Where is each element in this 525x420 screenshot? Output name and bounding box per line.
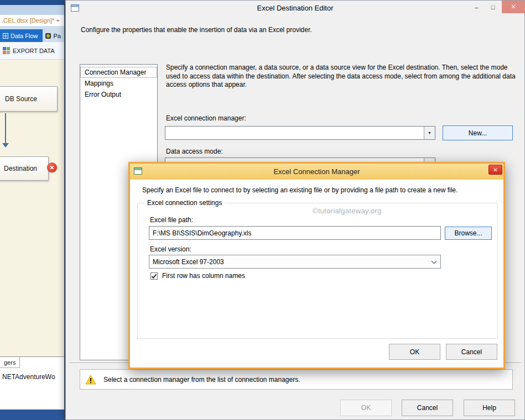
ecm-description: Specify an Excel file to connect to by s… — [142, 186, 458, 194]
browse-button[interactable]: Browse... — [445, 227, 492, 240]
document-tab-label: .CEL.dtsx [Design]* — [2, 17, 54, 24]
package-name-label: EXPORT DATA — [13, 48, 55, 54]
vs-status-bar — [0, 410, 64, 420]
panel-description: Specify a connection manager, a data sou… — [166, 64, 518, 90]
ecm-close-button[interactable]: ✕ — [488, 165, 502, 175]
dataflow-connector[interactable] — [5, 113, 6, 144]
data-flow-design-surface[interactable]: DB Source Destination ✕ — [0, 60, 64, 356]
excel-destination-component[interactable]: Destination — [0, 156, 49, 181]
editor-ok-button[interactable]: OK — [340, 400, 392, 416]
ecm-body: Specify an Excel file to connect to by s… — [130, 180, 503, 368]
maximize-button[interactable]: □ — [485, 1, 501, 13]
ecm-title: Excel Connection Manager — [130, 167, 503, 176]
ecm-ok-button[interactable]: OK — [389, 344, 440, 360]
checkmark-icon — [151, 274, 157, 279]
tab-parameters-label: Pa — [54, 33, 61, 39]
close-button[interactable]: ✕ — [502, 1, 525, 13]
dataflow-connector-arrow — [2, 143, 9, 148]
destination-label: Destination — [4, 165, 37, 172]
excel-version-select[interactable]: Microsoft Excel 97-2003 — [149, 255, 441, 269]
db-source-label: DB Source — [5, 95, 37, 103]
excel-connection-manager-combobox[interactable]: ▼ — [165, 126, 435, 140]
screen: .CEL.dtsx [Design]* + Data Flow Pa EXPOR… — [0, 0, 525, 420]
editor-help-button[interactable]: Help — [464, 400, 515, 416]
dropdown-arrow-icon[interactable]: ▼ — [424, 127, 435, 139]
connection-managers-tab[interactable]: gers — [0, 357, 20, 368]
nav-item-mappings[interactable]: Mappings — [80, 78, 157, 89]
warning-bar: Select a connection manager from the lis… — [80, 369, 513, 390]
new-button[interactable]: New... — [443, 125, 513, 140]
nav-item-connection-manager[interactable]: Connection Manager — [80, 67, 157, 78]
db-source-component[interactable]: DB Source — [0, 86, 58, 112]
watermark-text: ©tutorialgateway.org — [313, 207, 381, 215]
first-row-checkbox[interactable] — [150, 272, 158, 280]
group-legend: Excel connection settings — [144, 199, 225, 207]
excel-version-label: Excel version: — [150, 245, 191, 253]
ecm-cancel-button[interactable]: Cancel — [446, 344, 497, 360]
connection-manager-item-label: NETAdventureWo — [2, 373, 55, 381]
connection-manager-label: Excel connection manager: — [166, 114, 246, 122]
combobox-value — [165, 127, 424, 139]
tab-data-flow-label: Data Flow — [11, 33, 38, 39]
connection-managers-tab-label: gers — [4, 359, 15, 366]
chevron-down-icon[interactable] — [432, 259, 437, 264]
excel-file-path-label: Excel file path: — [150, 216, 193, 224]
task-icon — [3, 47, 10, 54]
nav-item-error-output[interactable]: Error Output — [80, 89, 157, 100]
editor-description: Configure the properties that enable the… — [81, 26, 312, 34]
vs-chrome-strip — [0, 5, 64, 15]
tab-data-flow[interactable]: Data Flow — [0, 29, 43, 42]
package-icon — [45, 33, 51, 39]
vs-titlebar[interactable] — [0, 0, 64, 5]
designer-tab-strip: Data Flow Pa — [0, 26, 64, 42]
excel-connection-manager-dialog: Excel Connection Manager ✕ Specify an Ex… — [128, 162, 505, 369]
connection-manager-item[interactable]: NETAdventureWo — [2, 373, 55, 381]
error-icon: ✕ — [47, 162, 57, 172]
document-tab[interactable]: .CEL.dtsx [Design]* + — [0, 15, 64, 26]
editor-title: Excel Destination Editor — [66, 4, 524, 12]
editor-titlebar[interactable]: Excel Destination Editor – □ ✕ — [66, 1, 524, 16]
editor-cancel-button[interactable]: Cancel — [402, 400, 453, 416]
tab-pin-icon[interactable]: + — [56, 17, 59, 24]
data-access-mode-label: Data access mode: — [166, 148, 223, 155]
ecm-titlebar[interactable]: Excel Connection Manager ✕ — [130, 164, 503, 180]
excel-version-value: Microsoft Excel 97-2003 — [153, 258, 224, 266]
warning-icon — [85, 375, 96, 385]
first-row-checkbox-label[interactable]: First row has column names — [162, 272, 245, 280]
minimize-button[interactable]: – — [468, 1, 485, 13]
connection-managers-pane: gers NETAdventureWo — [0, 356, 64, 410]
visual-studio-window: .CEL.dtsx [Design]* + Data Flow Pa EXPOR… — [0, 0, 65, 420]
data-flow-icon — [3, 33, 8, 39]
excel-file-path-input[interactable] — [149, 226, 441, 240]
tab-parameters[interactable]: Pa — [43, 29, 63, 42]
package-explorer-item[interactable]: EXPORT DATA — [0, 42, 64, 60]
warning-text: Select a connection manager from the lis… — [103, 376, 300, 384]
